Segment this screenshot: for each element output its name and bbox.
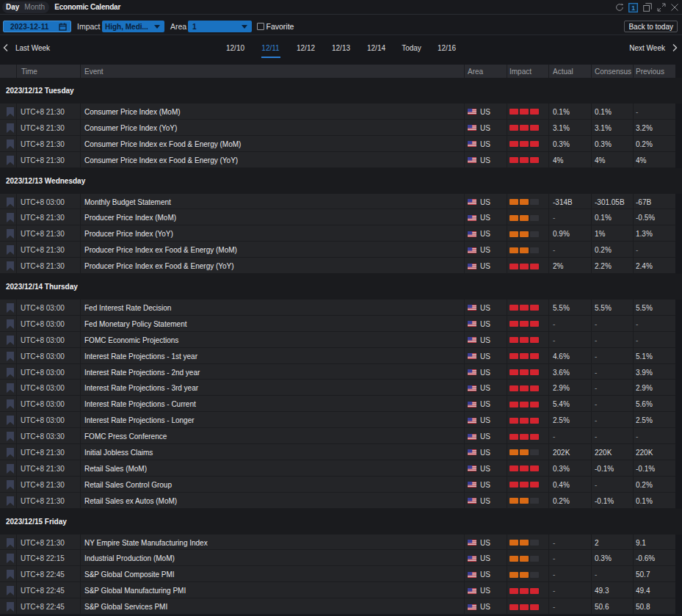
svg-text:1: 1 — [631, 4, 635, 12]
